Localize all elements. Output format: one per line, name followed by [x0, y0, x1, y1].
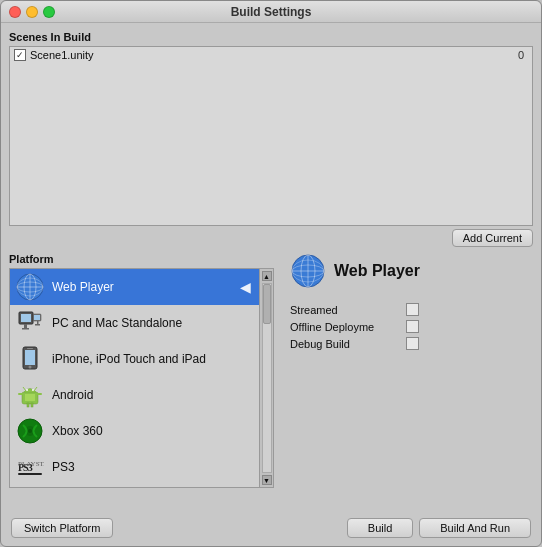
- platform-item-pc-mac[interactable]: PC and Mac Standalone: [10, 305, 259, 341]
- android-label: Android: [52, 388, 253, 402]
- right-buttons: Build Build And Run: [347, 518, 531, 538]
- scrollbar-up-button[interactable]: ▲: [262, 271, 272, 281]
- debug-row: Debug Build: [290, 337, 533, 350]
- svg-line-27: [34, 387, 37, 391]
- pc-mac-icon: [16, 309, 44, 337]
- debug-checkbox[interactable]: [406, 337, 419, 350]
- platform-section: Platform: [9, 253, 274, 506]
- platform-row: Platform: [9, 253, 533, 506]
- platform-list-container: Web Player ◀: [9, 268, 274, 488]
- traffic-lights: [9, 6, 55, 18]
- svg-point-16: [29, 366, 32, 369]
- web-player-label: Web Player: [52, 280, 232, 294]
- right-panel: Web Player Streamed Offline Deployme Deb…: [274, 253, 533, 506]
- build-settings-window: Build Settings Scenes In Build ✓ Scene1.…: [0, 0, 542, 547]
- web-player-icon: [16, 273, 44, 301]
- streamed-row: Streamed: [290, 303, 533, 316]
- scenes-list: ✓ Scene1.unity 0: [9, 46, 533, 226]
- main-content: Scenes In Build ✓ Scene1.unity 0 Add Cur…: [1, 23, 541, 546]
- minimize-button[interactable]: [26, 6, 38, 18]
- platform-scrollbar: ▲ ▼: [259, 269, 273, 487]
- svg-line-26: [23, 387, 26, 391]
- title-bar: Build Settings: [1, 1, 541, 23]
- offline-label: Offline Deployme: [290, 321, 400, 333]
- svg-rect-9: [34, 315, 40, 320]
- close-button[interactable]: [9, 6, 21, 18]
- window-title: Build Settings: [231, 5, 312, 19]
- svg-rect-11: [22, 328, 29, 330]
- platform-item-web-player[interactable]: Web Player ◀: [10, 269, 259, 305]
- svg-rect-23: [31, 403, 33, 407]
- android-icon: [16, 381, 44, 409]
- ps3-icon: PS3 PLAYSTATION: [16, 453, 44, 481]
- scrollbar-thumb[interactable]: [263, 284, 271, 324]
- bottom-bar: Switch Platform Build Build And Run: [9, 518, 533, 538]
- platform-item-iphone[interactable]: iPhone, iPod Touch and iPad: [10, 341, 259, 377]
- check-mark: ✓: [16, 50, 24, 60]
- selected-platform-arrow: ◀: [240, 279, 251, 295]
- scene-checkbox[interactable]: ✓: [14, 49, 26, 61]
- switch-platform-button[interactable]: Switch Platform: [11, 518, 113, 538]
- scenes-label: Scenes In Build: [9, 31, 533, 43]
- iphone-label: iPhone, iPod Touch and iPad: [52, 352, 253, 366]
- selected-platform-globe-icon: [290, 253, 326, 289]
- add-current-button[interactable]: Add Current: [452, 229, 533, 247]
- offline-checkbox[interactable]: [406, 320, 419, 333]
- svg-rect-7: [21, 314, 31, 322]
- xbox-label: Xbox 360: [52, 424, 253, 438]
- build-options: Streamed Offline Deployme Debug Build: [290, 303, 533, 350]
- xbox-icon: [16, 417, 44, 445]
- svg-point-30: [28, 429, 32, 433]
- add-current-row: Add Current: [9, 229, 533, 247]
- selected-platform-name: Web Player: [334, 262, 420, 280]
- pc-mac-label: PC and Mac Standalone: [52, 316, 253, 330]
- scenes-section: Scenes In Build ✓ Scene1.unity 0 Add Cur…: [9, 31, 533, 247]
- offline-row: Offline Deployme: [290, 320, 533, 333]
- build-button[interactable]: Build: [347, 518, 413, 538]
- build-and-run-button[interactable]: Build And Run: [419, 518, 531, 538]
- platform-item-xbox[interactable]: Xbox 360: [10, 413, 259, 449]
- svg-rect-17: [27, 348, 33, 349]
- selected-platform-header: Web Player: [290, 253, 533, 289]
- iphone-icon: [16, 345, 44, 373]
- scene-item: ✓ Scene1.unity 0: [10, 47, 532, 63]
- svg-rect-13: [35, 324, 40, 326]
- svg-rect-19: [25, 394, 35, 401]
- ps3-label: PS3: [52, 460, 253, 474]
- svg-rect-10: [24, 324, 27, 328]
- maximize-button[interactable]: [43, 6, 55, 18]
- svg-rect-32: [18, 473, 42, 475]
- platform-label: Platform: [9, 253, 274, 265]
- scene-name: Scene1.unity: [30, 49, 514, 61]
- svg-text:PLAYSTATION: PLAYSTATION: [18, 460, 44, 468]
- streamed-checkbox[interactable]: [406, 303, 419, 316]
- scene-index: 0: [518, 49, 524, 61]
- scrollbar-track: [262, 283, 272, 473]
- scrollbar-down-button[interactable]: ▼: [262, 475, 272, 485]
- svg-rect-12: [37, 321, 39, 324]
- debug-label: Debug Build: [290, 338, 400, 350]
- platform-item-android[interactable]: Android: [10, 377, 259, 413]
- platform-item-ps3[interactable]: PS3 PLAYSTATION PS3: [10, 449, 259, 485]
- svg-rect-15: [25, 350, 35, 365]
- platform-list: Web Player ◀: [10, 269, 259, 487]
- streamed-label: Streamed: [290, 304, 400, 316]
- svg-rect-22: [27, 403, 29, 407]
